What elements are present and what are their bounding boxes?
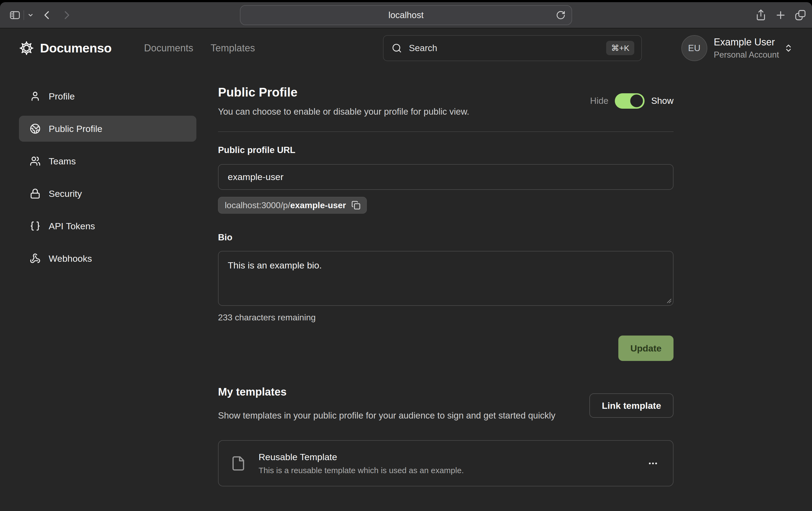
- tabs-icon[interactable]: [794, 9, 807, 21]
- file-icon: [230, 456, 246, 471]
- sidebar-item-teams[interactable]: Teams: [19, 148, 196, 174]
- search-icon: [392, 43, 402, 53]
- sidebar-item-label: Public Profile: [49, 124, 102, 134]
- template-row: Reusable Template This is a reusable tem…: [218, 440, 673, 486]
- app-root: Documenso Documents Templates Search ⌘+K…: [0, 28, 812, 511]
- visibility-toggle[interactable]: [615, 93, 644, 109]
- user-name: Example User: [714, 36, 779, 48]
- section-divider: [218, 131, 673, 132]
- show-label: Show: [651, 96, 673, 106]
- content-header: Public Profile You can choose to enable …: [218, 85, 673, 117]
- app-body: Profile Public Profile Teams: [0, 68, 812, 486]
- chevrons-up-down-icon: [784, 43, 793, 53]
- user-icon: [30, 91, 40, 102]
- page-description: You can choose to enable or disable your…: [218, 107, 469, 117]
- share-icon[interactable]: [755, 9, 767, 21]
- documenso-rosette-icon: [19, 40, 34, 56]
- users-icon: [30, 156, 40, 167]
- user-menu[interactable]: EU Example User Personal Account: [682, 35, 793, 61]
- toggle-knob: [630, 95, 643, 107]
- lock-icon: [30, 188, 40, 199]
- link-template-button[interactable]: Link template: [589, 393, 673, 418]
- user-meta: Example User Personal Account: [714, 36, 779, 60]
- title-block: Public Profile You can choose to enable …: [218, 85, 469, 117]
- settings-sidebar: Profile Public Profile Teams: [19, 83, 196, 278]
- chevron-down-icon[interactable]: [27, 12, 34, 19]
- characters-remaining: 233 characters remaining: [218, 312, 673, 323]
- sidebar-item-profile[interactable]: Profile: [19, 83, 196, 109]
- avatar: EU: [682, 35, 707, 61]
- main-nav: Documents Templates: [144, 42, 255, 54]
- public-profile-content: Public Profile You can choose to enable …: [218, 85, 673, 486]
- sidebar-item-label: Profile: [49, 91, 75, 102]
- nav-templates[interactable]: Templates: [211, 42, 255, 54]
- toolbar-right-group: [755, 9, 807, 21]
- toolbar-divider: [24, 10, 24, 20]
- nav-documents[interactable]: Documents: [144, 42, 194, 54]
- browser-window: localhost: [0, 2, 812, 511]
- sidebar-item-public-profile[interactable]: Public Profile: [19, 116, 196, 142]
- app-header: Documenso Documents Templates Search ⌘+K…: [0, 28, 812, 68]
- profile-url-badge[interactable]: localhost:3000/p/example-user: [218, 197, 367, 214]
- bio-textarea[interactable]: This is an example bio.: [218, 251, 673, 306]
- sidebar-item-label: Teams: [49, 156, 76, 167]
- user-account-type: Personal Account: [714, 50, 779, 60]
- sidebar-item-security[interactable]: Security: [19, 181, 196, 207]
- templates-title-block: My templates Show templates in your publ…: [218, 386, 555, 422]
- sidebar-item-api-tokens[interactable]: API Tokens: [19, 213, 196, 239]
- globe-icon: [30, 123, 40, 134]
- address-bar[interactable]: localhost: [240, 5, 572, 25]
- browser-toolbar: localhost: [0, 2, 812, 28]
- brand[interactable]: Documenso: [19, 40, 112, 56]
- update-button[interactable]: Update: [618, 335, 673, 361]
- bio-label: Bio: [218, 232, 673, 242]
- braces-icon: [30, 221, 40, 232]
- profile-url-prefix: localhost:3000/p/: [225, 200, 290, 210]
- template-description: This is a reusable template which is use…: [259, 466, 464, 475]
- sidebar-toggle-icon[interactable]: [9, 9, 21, 21]
- webhook-icon: [30, 253, 40, 264]
- reload-icon[interactable]: [556, 10, 566, 20]
- resize-handle-icon[interactable]: [666, 297, 672, 303]
- sidebar-item-label: Webhooks: [49, 253, 92, 264]
- new-tab-icon[interactable]: [775, 9, 787, 21]
- profile-url-label: Public profile URL: [218, 145, 673, 155]
- avatar-initials: EU: [688, 43, 701, 53]
- copy-icon[interactable]: [351, 201, 360, 210]
- templates-description: Show templates in your public profile fo…: [218, 409, 555, 422]
- profile-url-slug: example-user: [290, 200, 346, 210]
- templates-title: My templates: [218, 386, 555, 398]
- brand-wordmark: Documenso: [40, 40, 112, 55]
- ellipsis-menu-icon[interactable]: [647, 458, 658, 469]
- templates-header: My templates Show templates in your publ…: [218, 386, 673, 422]
- template-info: Reusable Template This is a reusable tem…: [259, 452, 464, 475]
- forward-button[interactable]: [61, 10, 72, 20]
- search-label: Search: [409, 43, 437, 53]
- toolbar-left-group: [9, 9, 72, 21]
- address-bar-url: localhost: [388, 10, 424, 20]
- sidebar-item-label: API Tokens: [49, 221, 95, 232]
- hide-label: Hide: [590, 96, 609, 106]
- visibility-toggle-row: Hide Show: [590, 93, 673, 109]
- search-shortcut: ⌘+K: [606, 41, 634, 55]
- back-button[interactable]: [42, 10, 52, 20]
- sidebar-item-label: Security: [49, 188, 82, 199]
- search-bar[interactable]: Search ⌘+K: [383, 35, 642, 61]
- bio-field-wrap: This is an example bio.: [218, 251, 673, 306]
- template-name: Reusable Template: [259, 452, 464, 462]
- sidebar-item-webhooks[interactable]: Webhooks: [19, 245, 196, 271]
- profile-url-input[interactable]: [218, 164, 673, 190]
- update-row: Update: [218, 335, 673, 361]
- page-title: Public Profile: [218, 85, 469, 99]
